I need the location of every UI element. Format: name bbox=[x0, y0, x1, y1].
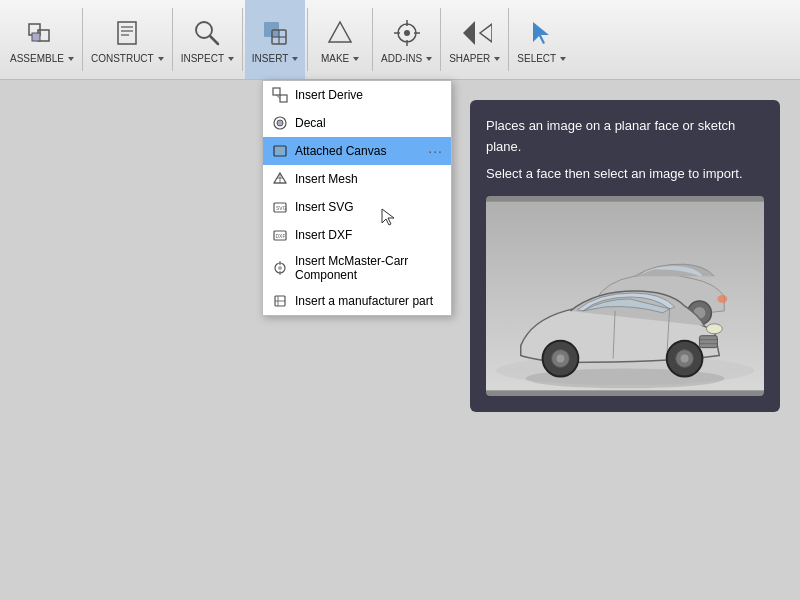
menu-item-dots: ··· bbox=[428, 143, 443, 159]
construct-icon bbox=[109, 15, 145, 51]
menu-item-insert-mesh[interactable]: Insert Mesh bbox=[263, 165, 451, 193]
menu-item-insert-manufacturer[interactable]: Insert a manufacturer part bbox=[263, 287, 451, 315]
shaper-label: SHAPER bbox=[449, 53, 500, 64]
divider-1 bbox=[82, 8, 83, 71]
svg-point-65 bbox=[706, 324, 722, 334]
divider-3 bbox=[242, 8, 243, 71]
info-line-1: Places an image on a planar face or sket… bbox=[486, 116, 764, 158]
menu-item-insert-manufacturer-text: Insert a manufacturer part bbox=[295, 294, 443, 308]
decal-icon bbox=[271, 114, 289, 132]
shaper-icon bbox=[457, 15, 493, 51]
insert-derive-icon bbox=[271, 86, 289, 104]
menu-item-insert-mcmaster[interactable]: Insert McMaster-Carr Component bbox=[263, 249, 451, 287]
menu-item-insert-derive-text: Insert Derive bbox=[295, 88, 443, 102]
insert-mcmaster-icon bbox=[271, 259, 289, 277]
select-icon bbox=[524, 15, 560, 51]
menu-item-attached-canvas-text: Attached Canvas bbox=[295, 144, 422, 158]
attached-canvas-icon bbox=[271, 142, 289, 160]
menu-item-decal[interactable]: Decal bbox=[263, 109, 451, 137]
make-label: MAKE bbox=[321, 53, 359, 64]
info-panel-image bbox=[486, 196, 764, 396]
toolbar-group-inspect[interactable]: INSPECT bbox=[175, 0, 240, 79]
svg-marker-21 bbox=[480, 24, 492, 42]
svg-text:DXF: DXF bbox=[276, 233, 286, 239]
inspect-icon bbox=[189, 15, 225, 51]
toolbar: ASSEMBLE CONSTRUCT INSPECT bbox=[0, 0, 800, 80]
svg-marker-22 bbox=[533, 22, 549, 44]
info-panel: Places an image on a planar face or sket… bbox=[470, 100, 780, 412]
svg-marker-13 bbox=[329, 22, 351, 42]
menu-item-insert-derive[interactable]: Insert Derive bbox=[263, 81, 451, 109]
menu-item-insert-dxf[interactable]: DXF Insert DXF bbox=[263, 221, 451, 249]
menu-item-insert-dxf-text: Insert DXF bbox=[295, 228, 443, 242]
toolbar-group-insert[interactable]: INSERT bbox=[245, 0, 305, 79]
svg-line-8 bbox=[210, 36, 218, 44]
divider-2 bbox=[172, 8, 173, 71]
toolbar-group-construct[interactable]: CONSTRUCT bbox=[85, 0, 170, 79]
inspect-arrow bbox=[228, 57, 234, 61]
insert-svg-icon: SVG bbox=[271, 198, 289, 216]
select-arrow bbox=[560, 57, 566, 61]
svg-point-27 bbox=[277, 120, 283, 126]
make-arrow bbox=[353, 57, 359, 61]
insert-icon bbox=[257, 15, 293, 51]
svg-rect-23 bbox=[273, 88, 280, 95]
insert-dropdown: Insert Derive Decal Attached Canvas ··· bbox=[262, 80, 452, 316]
menu-item-insert-svg-text: Insert SVG bbox=[295, 200, 443, 214]
svg-point-39 bbox=[278, 266, 282, 270]
assemble-icon bbox=[24, 15, 60, 51]
svg-rect-29 bbox=[276, 148, 284, 154]
menu-item-insert-svg[interactable]: SVG Insert SVG bbox=[263, 193, 451, 221]
assemble-label: ASSEMBLE bbox=[10, 53, 74, 64]
insert-arrow bbox=[292, 57, 298, 61]
svg-marker-20 bbox=[463, 21, 475, 45]
toolbar-group-select[interactable]: SELECT bbox=[511, 0, 572, 79]
svg-rect-2 bbox=[32, 33, 40, 41]
menu-item-insert-mesh-text: Insert Mesh bbox=[295, 172, 443, 186]
menu-item-decal-text: Decal bbox=[295, 116, 443, 130]
assemble-arrow bbox=[68, 57, 74, 61]
svg-point-52 bbox=[717, 295, 727, 303]
menu-item-insert-mcmaster-text: Insert McMaster-Carr Component bbox=[295, 254, 443, 282]
insert-mesh-icon bbox=[271, 170, 289, 188]
toolbar-group-shaper[interactable]: SHAPER bbox=[443, 0, 506, 79]
svg-rect-3 bbox=[118, 22, 136, 44]
main-area: Insert Derive Decal Attached Canvas ··· bbox=[0, 80, 800, 600]
divider-5 bbox=[372, 8, 373, 71]
toolbar-group-assemble[interactable]: ASSEMBLE bbox=[4, 0, 80, 79]
insert-label: INSERT bbox=[252, 53, 299, 64]
addins-arrow bbox=[426, 57, 432, 61]
divider-4 bbox=[307, 8, 308, 71]
divider-7 bbox=[508, 8, 509, 71]
info-line-2: Select a face then select an image to im… bbox=[486, 164, 764, 185]
svg-point-61 bbox=[681, 355, 689, 363]
divider-6 bbox=[440, 8, 441, 71]
shaper-arrow bbox=[494, 57, 500, 61]
toolbar-group-addins[interactable]: ADD-INS bbox=[375, 0, 438, 79]
toolbar-group-make[interactable]: MAKE bbox=[310, 0, 370, 79]
select-label: SELECT bbox=[517, 53, 566, 64]
construct-arrow bbox=[158, 57, 164, 61]
svg-rect-62 bbox=[699, 336, 717, 348]
construct-label: CONSTRUCT bbox=[91, 53, 164, 64]
menu-item-attached-canvas[interactable]: Attached Canvas ··· bbox=[263, 137, 451, 165]
svg-text:SVG: SVG bbox=[276, 205, 287, 211]
svg-point-15 bbox=[404, 30, 410, 36]
inspect-label: INSPECT bbox=[181, 53, 234, 64]
addins-icon bbox=[389, 15, 425, 51]
make-icon bbox=[322, 15, 358, 51]
addins-label: ADD-INS bbox=[381, 53, 432, 64]
insert-dxf-icon: DXF bbox=[271, 226, 289, 244]
insert-manufacturer-icon bbox=[271, 292, 289, 310]
svg-point-58 bbox=[556, 355, 564, 363]
svg-rect-24 bbox=[280, 95, 287, 102]
info-panel-text: Places an image on a planar face or sket… bbox=[486, 116, 764, 184]
